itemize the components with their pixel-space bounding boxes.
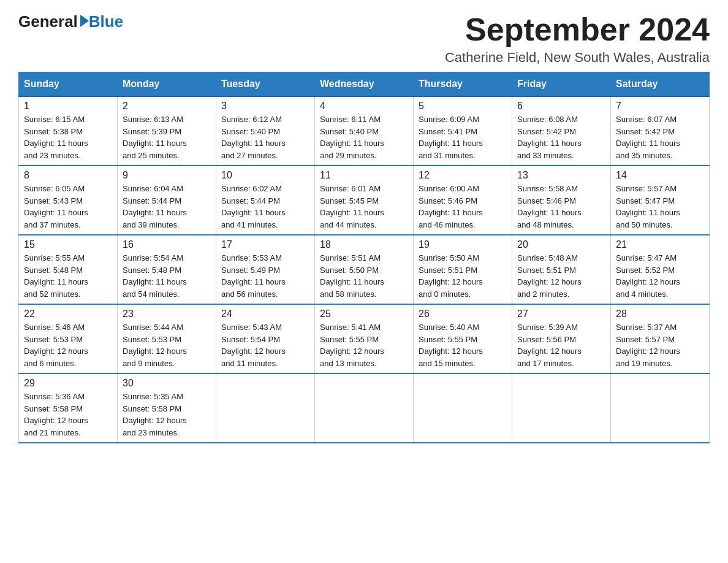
day-number: 18 [320, 239, 408, 250]
calendar-cell: 29Sunrise: 5:36 AMSunset: 5:58 PMDayligh… [19, 373, 118, 443]
day-info: Sunrise: 5:47 AMSunset: 5:52 PMDaylight:… [616, 252, 704, 300]
calendar-header-saturday: Saturday [611, 72, 710, 97]
day-info: Sunrise: 6:01 AMSunset: 5:45 PMDaylight:… [320, 183, 408, 231]
day-number: 10 [221, 170, 309, 181]
day-info: Sunrise: 5:35 AMSunset: 5:58 PMDaylight:… [123, 391, 211, 439]
calendar-cell: 7Sunrise: 6:07 AMSunset: 5:42 PMDaylight… [611, 96, 710, 166]
day-info: Sunrise: 6:08 AMSunset: 5:42 PMDaylight:… [517, 113, 605, 161]
day-info: Sunrise: 5:53 AMSunset: 5:49 PMDaylight:… [221, 252, 309, 300]
calendar-cell: 28Sunrise: 5:37 AMSunset: 5:57 PMDayligh… [611, 304, 710, 373]
day-number: 5 [419, 101, 507, 112]
calendar-week-row: 29Sunrise: 5:36 AMSunset: 5:58 PMDayligh… [19, 373, 710, 443]
logo-blue-text: Blue [89, 12, 123, 31]
day-number: 23 [123, 308, 211, 320]
calendar-cell: 12Sunrise: 6:00 AMSunset: 5:46 PMDayligh… [414, 166, 512, 235]
calendar-week-row: 1Sunrise: 6:15 AMSunset: 5:38 PMDaylight… [19, 96, 710, 166]
calendar-cell: 26Sunrise: 5:40 AMSunset: 5:55 PMDayligh… [414, 304, 512, 373]
day-info: Sunrise: 6:13 AMSunset: 5:39 PMDaylight:… [123, 113, 211, 161]
calendar-cell: 14Sunrise: 5:57 AMSunset: 5:47 PMDayligh… [611, 166, 710, 235]
calendar-cell [512, 373, 611, 443]
calendar-cell: 30Sunrise: 5:35 AMSunset: 5:58 PMDayligh… [118, 373, 216, 443]
day-number: 20 [517, 239, 605, 250]
day-number: 4 [320, 101, 408, 112]
calendar-header-sunday: Sunday [19, 72, 118, 97]
day-info: Sunrise: 5:50 AMSunset: 5:51 PMDaylight:… [419, 252, 507, 300]
day-info: Sunrise: 5:58 AMSunset: 5:46 PMDaylight:… [517, 183, 605, 231]
calendar-cell: 18Sunrise: 5:51 AMSunset: 5:50 PMDayligh… [315, 235, 414, 304]
day-number: 3 [221, 101, 309, 112]
day-info: Sunrise: 5:37 AMSunset: 5:57 PMDaylight:… [616, 321, 704, 369]
calendar-cell: 4Sunrise: 6:11 AMSunset: 5:40 PMDaylight… [315, 96, 414, 166]
day-number: 28 [616, 308, 704, 320]
day-info: Sunrise: 6:12 AMSunset: 5:40 PMDaylight:… [221, 113, 309, 161]
logo-general-text: General [18, 12, 78, 31]
day-info: Sunrise: 6:11 AMSunset: 5:40 PMDaylight:… [320, 113, 408, 161]
day-number: 14 [616, 170, 704, 181]
day-info: Sunrise: 5:41 AMSunset: 5:55 PMDaylight:… [320, 321, 408, 369]
logo: General Blue [18, 12, 123, 31]
day-info: Sunrise: 5:48 AMSunset: 5:51 PMDaylight:… [517, 252, 605, 300]
calendar-header-thursday: Thursday [414, 72, 512, 97]
calendar-header-friday: Friday [512, 72, 611, 97]
calendar-cell: 10Sunrise: 6:02 AMSunset: 5:44 PMDayligh… [216, 166, 315, 235]
calendar-cell: 16Sunrise: 5:54 AMSunset: 5:48 PMDayligh… [118, 235, 216, 304]
day-number: 24 [221, 308, 309, 320]
day-info: Sunrise: 5:39 AMSunset: 5:56 PMDaylight:… [517, 321, 605, 369]
day-number: 8 [24, 170, 112, 181]
day-info: Sunrise: 6:09 AMSunset: 5:41 PMDaylight:… [419, 113, 507, 161]
calendar-cell: 21Sunrise: 5:47 AMSunset: 5:52 PMDayligh… [611, 235, 710, 304]
day-number: 21 [616, 239, 704, 250]
calendar-cell: 20Sunrise: 5:48 AMSunset: 5:51 PMDayligh… [512, 235, 611, 304]
day-info: Sunrise: 6:07 AMSunset: 5:42 PMDaylight:… [616, 113, 704, 161]
day-number: 12 [419, 170, 507, 181]
day-info: Sunrise: 5:36 AMSunset: 5:58 PMDaylight:… [24, 391, 112, 439]
header: General Blue September 2024 Catherine Fi… [18, 12, 710, 66]
location-title: Catherine Field, New South Wales, Austra… [445, 50, 710, 66]
day-number: 1 [24, 101, 112, 112]
calendar-cell: 24Sunrise: 5:43 AMSunset: 5:54 PMDayligh… [216, 304, 315, 373]
calendar-cell: 17Sunrise: 5:53 AMSunset: 5:49 PMDayligh… [216, 235, 315, 304]
calendar-cell: 6Sunrise: 6:08 AMSunset: 5:42 PMDaylight… [512, 96, 611, 166]
calendar-header-tuesday: Tuesday [216, 72, 315, 97]
day-info: Sunrise: 5:40 AMSunset: 5:55 PMDaylight:… [419, 321, 507, 369]
logo-arrow-icon [80, 15, 89, 27]
day-number: 27 [517, 308, 605, 320]
calendar-cell: 1Sunrise: 6:15 AMSunset: 5:38 PMDaylight… [19, 96, 118, 166]
day-number: 25 [320, 308, 408, 320]
calendar-cell: 19Sunrise: 5:50 AMSunset: 5:51 PMDayligh… [414, 235, 512, 304]
day-info: Sunrise: 6:00 AMSunset: 5:46 PMDaylight:… [419, 183, 507, 231]
calendar-week-row: 15Sunrise: 5:55 AMSunset: 5:48 PMDayligh… [19, 235, 710, 304]
title-area: September 2024 Catherine Field, New Sout… [445, 12, 710, 66]
calendar-cell: 15Sunrise: 5:55 AMSunset: 5:48 PMDayligh… [19, 235, 118, 304]
day-info: Sunrise: 5:43 AMSunset: 5:54 PMDaylight:… [221, 321, 309, 369]
calendar-cell: 11Sunrise: 6:01 AMSunset: 5:45 PMDayligh… [315, 166, 414, 235]
calendar-header-row: SundayMondayTuesdayWednesdayThursdayFrid… [19, 72, 710, 97]
calendar-week-row: 22Sunrise: 5:46 AMSunset: 5:53 PMDayligh… [19, 304, 710, 373]
day-info: Sunrise: 5:46 AMSunset: 5:53 PMDaylight:… [24, 321, 112, 369]
calendar-cell: 3Sunrise: 6:12 AMSunset: 5:40 PMDaylight… [216, 96, 315, 166]
day-info: Sunrise: 5:51 AMSunset: 5:50 PMDaylight:… [320, 252, 408, 300]
day-info: Sunrise: 5:55 AMSunset: 5:48 PMDaylight:… [24, 252, 112, 300]
day-number: 17 [221, 239, 309, 250]
calendar-table: SundayMondayTuesdayWednesdayThursdayFrid… [18, 72, 710, 443]
calendar-cell: 23Sunrise: 5:44 AMSunset: 5:53 PMDayligh… [118, 304, 216, 373]
day-number: 30 [123, 378, 211, 389]
day-info: Sunrise: 6:02 AMSunset: 5:44 PMDaylight:… [221, 183, 309, 231]
day-number: 7 [616, 101, 704, 112]
calendar-cell: 8Sunrise: 6:05 AMSunset: 5:43 PMDaylight… [19, 166, 118, 235]
calendar-cell: 13Sunrise: 5:58 AMSunset: 5:46 PMDayligh… [512, 166, 611, 235]
calendar-cell: 9Sunrise: 6:04 AMSunset: 5:44 PMDaylight… [118, 166, 216, 235]
day-number: 22 [24, 308, 112, 320]
calendar-cell [414, 373, 512, 443]
day-number: 6 [517, 101, 605, 112]
day-number: 2 [123, 101, 211, 112]
day-number: 9 [123, 170, 211, 181]
day-info: Sunrise: 6:04 AMSunset: 5:44 PMDaylight:… [123, 183, 211, 231]
day-info: Sunrise: 5:57 AMSunset: 5:47 PMDaylight:… [616, 183, 704, 231]
calendar-cell [216, 373, 315, 443]
calendar-week-row: 8Sunrise: 6:05 AMSunset: 5:43 PMDaylight… [19, 166, 710, 235]
logo-blue-block: Blue [78, 12, 123, 31]
calendar-cell: 2Sunrise: 6:13 AMSunset: 5:39 PMDaylight… [118, 96, 216, 166]
day-number: 11 [320, 170, 408, 181]
day-number: 19 [419, 239, 507, 250]
